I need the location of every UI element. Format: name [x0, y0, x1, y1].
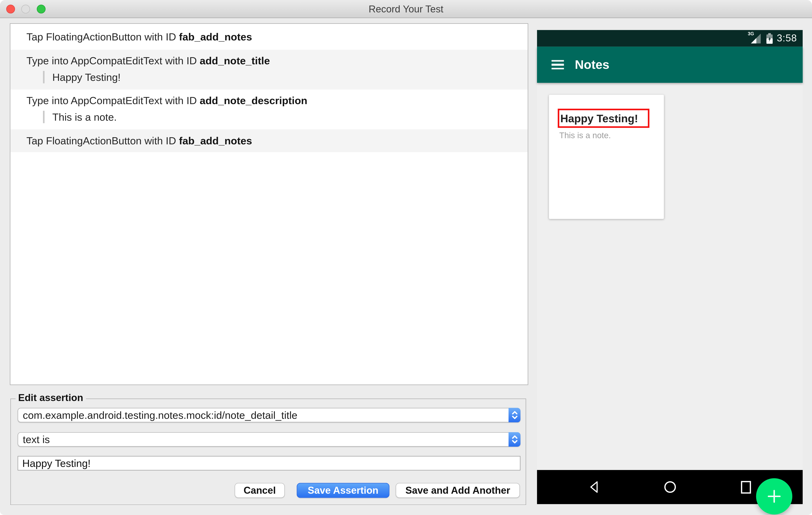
app-toolbar: Notes — [537, 47, 803, 83]
typed-text-indent-bar — [43, 71, 45, 83]
device-screenshot[interactable]: 3G 3:58 Notes — [537, 30, 803, 504]
assertion-element-value: com.example.android.testing.notes.mock:i… — [18, 409, 509, 421]
edit-assertion-panel: Edit assertion com.example.android.testi… — [10, 398, 526, 505]
action-label: Type into AppCompatEditText with ID add_… — [10, 54, 528, 67]
assertion-text-input[interactable] — [18, 456, 520, 471]
typed-text-line: This is a note. — [43, 110, 528, 124]
action-label: Tap FloatingActionButton with ID fab_add… — [10, 24, 528, 50]
assertion-highlight-box[interactable]: Happy Testing! — [558, 109, 649, 128]
combo-stepper[interactable] — [509, 408, 520, 423]
recorded-actions-list: Tap FloatingActionButton with ID fab_add… — [10, 23, 528, 385]
fab-add-note-button[interactable] — [756, 478, 792, 515]
action-target-id: fab_add_notes — [179, 135, 252, 147]
up-down-stepper-icon — [511, 434, 518, 445]
window-title: Record Your Test — [0, 0, 812, 18]
note-description[interactable]: This is a note. — [559, 131, 611, 140]
action-label: Tap FloatingActionButton with ID fab_add… — [10, 129, 528, 152]
home-icon[interactable] — [663, 480, 676, 494]
plus-icon — [766, 489, 782, 504]
save-and-add-another-button[interactable]: Save and Add Another — [396, 483, 520, 498]
cancel-button[interactable]: Cancel — [235, 483, 285, 498]
up-down-stepper-icon — [511, 410, 518, 420]
device-status-bar: 3G 3:58 — [537, 30, 803, 47]
typed-text-indent-bar — [43, 111, 45, 123]
recents-icon[interactable] — [739, 480, 753, 494]
typed-text: This is a note. — [52, 111, 117, 123]
battery-charging-icon — [766, 33, 773, 44]
window-titlebar[interactable]: Record Your Test — [0, 0, 812, 18]
action-target-id: add_note_title — [200, 55, 270, 66]
edit-assertion-legend: Edit assertion — [16, 392, 86, 404]
network-type-label: 3G — [748, 31, 754, 36]
note-card[interactable]: Happy Testing! This is a note. — [549, 95, 664, 219]
hamburger-menu-icon[interactable] — [552, 60, 564, 70]
recorded-action-row[interactable]: Type into AppCompatEditText with ID add_… — [10, 90, 528, 129]
recorded-action-row[interactable]: Tap FloatingActionButton with ID fab_add… — [10, 129, 528, 152]
action-target-id: add_note_description — [200, 95, 307, 106]
combo-stepper[interactable] — [509, 432, 520, 447]
save-assertion-button[interactable]: Save Assertion — [297, 483, 389, 498]
note-title[interactable]: Happy Testing! — [559, 112, 638, 124]
status-bar-clock: 3:58 — [777, 33, 797, 44]
assertion-element-combobox[interactable]: com.example.android.testing.notes.mock:i… — [18, 408, 520, 423]
recorded-action-row[interactable]: Type into AppCompatEditText with ID add_… — [10, 50, 528, 90]
action-label: Type into AppCompatEditText with ID add_… — [10, 94, 528, 107]
record-your-test-window: Record Your Test Tap FloatingActionButto… — [0, 0, 812, 515]
back-icon[interactable] — [587, 480, 600, 494]
assertion-button-row: Cancel Save Assertion Save and Add Anoth… — [235, 483, 520, 498]
app-content: Happy Testing! This is a note. — [537, 83, 803, 470]
assertion-condition-combobox[interactable]: text is — [18, 432, 520, 447]
recorded-action-row[interactable]: Tap FloatingActionButton with ID fab_add… — [10, 24, 528, 50]
action-target-id: fab_add_notes — [179, 31, 252, 42]
typed-text: Happy Testing! — [52, 71, 120, 83]
cellular-signal-icon: 3G — [751, 33, 761, 43]
assertion-condition-value: text is — [18, 433, 509, 445]
app-title: Notes — [575, 57, 609, 72]
typed-text-line: Happy Testing! — [43, 70, 528, 84]
